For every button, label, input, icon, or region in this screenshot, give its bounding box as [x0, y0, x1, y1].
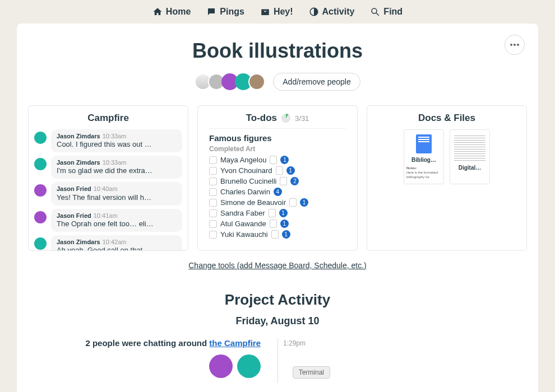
chat-author: Jason Fried	[57, 212, 91, 219]
campfire-panel[interactable]: Campfire Jason Zimdars10:33amCool. I fig…	[28, 105, 188, 251]
campfire-title: Campfire	[29, 106, 188, 129]
nav-activity[interactable]: Activity	[309, 7, 355, 17]
avatar[interactable]	[209, 354, 233, 378]
svg-line-2	[377, 13, 380, 16]
add-people-button[interactable]: Add/remove people	[273, 73, 360, 91]
activity-time: 1:29pm	[278, 339, 306, 347]
checkbox[interactable]	[209, 220, 217, 228]
avatar[interactable]	[248, 73, 265, 90]
todo-item[interactable]: Brunello Cucinelli2	[209, 176, 346, 186]
comment-count-badge: 1	[282, 230, 290, 239]
project-title: Book illustrations	[28, 39, 527, 63]
checkbox[interactable]	[209, 188, 217, 196]
menu-button[interactable]	[505, 35, 525, 55]
google-doc-icon	[416, 134, 432, 153]
doc-card[interactable]: Digital…	[450, 129, 490, 184]
todo-item[interactable]: Sandra Faber1	[209, 208, 346, 218]
svg-point-1	[372, 8, 377, 13]
avatar	[34, 237, 47, 250]
docs-list: Bibliog… Notes: Here is the formatted bi…	[367, 129, 526, 184]
todos-subsection: Completed Art	[209, 145, 346, 153]
chat-time: 10:40am	[94, 185, 118, 192]
progress-pie-icon	[281, 114, 290, 123]
change-tools-row: Change tools (add Message Board, Schedul…	[28, 261, 527, 270]
chat-time: 10:41am	[94, 212, 118, 219]
chat-time: 10:33am	[103, 159, 127, 166]
checkbox[interactable]	[209, 209, 217, 217]
todo-item[interactable]: Maya Angelou1	[209, 155, 346, 165]
terminal-label: Terminal	[293, 366, 330, 379]
todos-section: Famous figures Completed Art Maya Angelo…	[198, 129, 357, 240]
project-card: Book illustrations Add/remove people Cam…	[17, 24, 538, 392]
people-row: Add/remove people	[28, 73, 527, 91]
nav-home-label: Home	[166, 7, 191, 17]
chat-time: 10:42am	[103, 239, 127, 245]
comment-count-badge: 2	[290, 177, 299, 185]
comment-count-badge: 1	[300, 198, 308, 207]
chat-author: Jason Fried	[57, 185, 91, 192]
todo-item[interactable]: Yvon Chouinard1	[209, 165, 346, 176]
nav-find[interactable]: Find	[370, 7, 403, 17]
chat-author: Jason Zimdars	[57, 133, 100, 139]
chat-body: Jason Zimdars10:33amI'm so glad we did t…	[51, 156, 182, 179]
chat-message[interactable]: Jason Fried10:40amYes! The final version…	[29, 182, 188, 208]
doc-notes: Notes: Here is the formatted bibliograph…	[406, 166, 441, 179]
nav-hey[interactable]: Hey!	[260, 7, 293, 17]
comment-count-badge: 1	[279, 209, 288, 217]
chat-message[interactable]: Jason Zimdars10:33amI'm so glad we did t…	[29, 156, 188, 182]
doc-attachment-icon	[280, 177, 287, 185]
checkbox[interactable]	[209, 167, 217, 175]
checkbox[interactable]	[209, 178, 217, 185]
todo-item[interactable]: Atul Gawande1	[209, 218, 346, 229]
checkbox[interactable]	[209, 199, 217, 207]
tool-panels: Campfire Jason Zimdars10:33amCool. I fig…	[28, 105, 527, 251]
campfire-messages: Jason Zimdars10:33amCool. I figured this…	[29, 129, 188, 251]
docs-panel[interactable]: Docs & Files Bibliog… Notes: Here is the…	[367, 105, 527, 251]
doc-title: Digital…	[452, 165, 487, 171]
doc-attachment-icon	[270, 220, 277, 228]
avatar	[34, 158, 47, 170]
nav-hey-label: Hey!	[274, 7, 293, 17]
chat-author: Jason Zimdars	[57, 159, 100, 166]
chat-message[interactable]: Jason Zimdars10:42amAh yeah. Good call o…	[29, 235, 188, 251]
checkbox[interactable]	[209, 156, 217, 164]
todo-name: Charles Darwin	[220, 188, 270, 196]
activity-campfire-link[interactable]: the Campfire	[209, 338, 261, 348]
doc-attachment-icon	[270, 156, 277, 164]
docs-title: Docs & Files	[367, 106, 526, 129]
todos-title: To-dos	[246, 113, 277, 124]
todo-item[interactable]: Yuki Kawauchi1	[209, 229, 346, 240]
activity-date: Friday, August 10	[28, 315, 527, 327]
todo-item[interactable]: Simone de Beauvoir1	[209, 197, 346, 208]
activity-header: Project Activity	[28, 291, 527, 309]
comment-count-badge: 1	[286, 166, 295, 175]
nav-home[interactable]: Home	[152, 7, 191, 17]
change-tools-link[interactable]: Change tools (add Message Board, Schedul…	[188, 261, 367, 270]
chat-message[interactable]: Jason Zimdars10:33amCool. I figured this…	[29, 129, 188, 156]
activity-text: 2 people were chatting around	[85, 338, 209, 348]
activity-summary: 2 people were chatting around the Campfi…	[28, 338, 278, 378]
chat-body: Jason Fried10:40amYes! The final version…	[51, 182, 182, 205]
checkbox[interactable]	[209, 231, 217, 239]
ellipsis-icon	[514, 44, 516, 46]
nav-pings[interactable]: Pings	[206, 7, 244, 17]
activity-timeline: 2 people were chatting around the Campfi…	[28, 338, 527, 383]
avatar[interactable]	[237, 354, 261, 378]
chat-text: Ah yeah. Good call on that	[57, 246, 177, 251]
nav-find-label: Find	[383, 7, 403, 17]
chat-message[interactable]: Jason Fried10:41amThe Oprah one felt too…	[29, 209, 188, 235]
chat-text: Yes! The final version will h…	[57, 193, 177, 203]
activity-avatars	[28, 354, 261, 378]
chat-body: Jason Fried10:41amThe Oprah one felt too…	[51, 209, 182, 232]
activity-entry: 2 people were chatting around the Campfi…	[28, 338, 527, 378]
home-icon	[152, 7, 163, 17]
chat-text: I'm so glad we did the extra…	[57, 166, 177, 176]
doc-attachment-icon	[276, 166, 283, 175]
todos-panel[interactable]: To-dos 3/31 Famous figures Completed Art…	[197, 105, 358, 251]
doc-attachment-icon	[269, 209, 276, 217]
todo-item[interactable]: Charles Darwin4	[209, 186, 346, 197]
find-icon	[370, 7, 380, 17]
todo-name: Maya Angelou	[220, 156, 266, 164]
avatar	[34, 184, 47, 197]
doc-card[interactable]: Bibliog… Notes: Here is the formatted bi…	[404, 129, 444, 184]
